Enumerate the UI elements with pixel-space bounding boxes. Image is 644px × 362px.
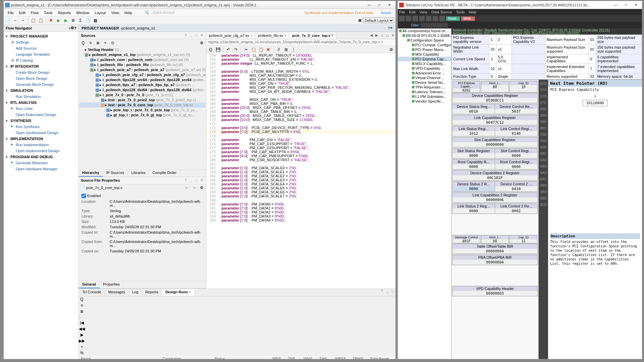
ts-refresh-icon[interactable]	[439, 16, 445, 21]
flownav-section[interactable]: IMPLEMENTATION	[4, 136, 78, 142]
ed-cut-icon[interactable]: ✂	[243, 47, 249, 53]
register-cell[interactable]: Next_I...B0	[481, 81, 509, 93]
source-node[interactable]: ▸ inst : pcie_7x_0_core_top (pcie_7x_0_c…	[79, 103, 205, 108]
run-play-icon[interactable]: ▶	[79, 332, 85, 338]
ed-gear-icon[interactable]: ⚙	[388, 47, 394, 53]
back-icon[interactable]: ←	[12, 17, 18, 23]
ed-more-icon[interactable]: ⋮	[290, 47, 297, 53]
sources-min-icon[interactable]: _	[189, 33, 193, 38]
bottom-tab[interactable]: Messages	[105, 289, 129, 296]
source-node[interactable]: ▸ i_pcileech_tlps128_src64 : pcileech_tl…	[79, 77, 205, 82]
run-prev-icon[interactable]: ◀◀	[79, 326, 85, 332]
source-node[interactable]: ▸ gt_top_i : pcie_7x_0_gt_top (pcie_7x_0…	[79, 113, 205, 118]
code-line[interactable]: 170 parameter [10:0] MSIX_CAP_TABLE_SIZE…	[206, 118, 395, 122]
ed-paste-icon[interactable]: 📋	[258, 47, 264, 53]
ts-tree-icon[interactable]	[399, 23, 404, 27]
tab-hierarchy[interactable]: Hierarchy	[79, 170, 103, 177]
maximize-button[interactable]: □	[375, 2, 384, 8]
ts-tree-node[interactable]: All component(s) found on ...	[398, 28, 451, 33]
code-line[interactable]: 173 parameter [7:0] PCIE_CAP_NEXTPTR = 8…	[206, 130, 395, 134]
code-line[interactable]: 156 parameter integer LL_REPLAY_TIMEOUT_…	[206, 61, 395, 65]
flownav-item[interactable]: Create Block Design	[4, 69, 78, 75]
code-line[interactable]: 178 parameter [7:0] PM_CAP_NEXTPTR = 8'h…	[206, 150, 395, 154]
code-line[interactable]: 172 parameter [3:0] PCIE_CAP_DEVICE_PORT…	[206, 126, 395, 130]
run-search-icon[interactable]: Q	[79, 296, 85, 302]
flownav-item[interactable]: Open Implemented Design	[4, 148, 78, 154]
next-icon[interactable]: →	[191, 185, 197, 191]
code-line[interactable]: 177 parameter PM_CAP_D2SUPPORT = "FALSE"…	[206, 146, 395, 150]
filter-icon[interactable]: ≡	[88, 40, 94, 46]
flownav-item[interactable]: Generate Bitstream	[4, 160, 78, 166]
collapse-icon[interactable]: ≣	[95, 40, 101, 46]
source-node[interactable]: ▸ i_pcileech_fifo : pcileech_fifo (pcile…	[79, 62, 205, 67]
ts-tree-node[interactable]: Virtual Channel ...	[398, 75, 451, 80]
ts-menu-tools[interactable]: Tools	[456, 10, 465, 14]
register-box[interactable]: Link Capabilities Register00477C12	[452, 115, 538, 125]
source-node[interactable]: ▸ inst : pcie_7x_0_pcie2_top (pcie_7x_0_…	[79, 98, 205, 103]
ed-prev-icon[interactable]: ◀	[369, 33, 374, 38]
ts-tool4-icon[interactable]	[419, 16, 425, 21]
editor-tab[interactable]: pcileech_pcie_cfg_a7.sv ×	[206, 33, 255, 39]
code-line[interactable]: 192 parameter [7:0] PM_DATA1 = 8'h00,	[206, 206, 395, 210]
ts-tool2-icon[interactable]	[406, 16, 411, 21]
ed-next-icon[interactable]: ▶	[374, 33, 379, 38]
ts-tree-node[interactable]: Latency Toleranc...	[398, 89, 451, 94]
code-line[interactable]: 159 parameter MSI_CAP_MULTIMSGCAP = 0,	[206, 73, 395, 77]
source-node[interactable]: ▸ i_pcileech_tlps_a7 : pcileech_tlps_tip…	[79, 82, 205, 87]
source-node[interactable]: ▸ i_pcileech_pcie_cfg_a7 : pcileech_pcie…	[79, 72, 205, 77]
stop-icon[interactable]: ✖	[48, 17, 54, 23]
ts-tree-node[interactable]: L1 PM Substates...	[398, 94, 451, 99]
enabled-checkbox[interactable]	[82, 194, 86, 198]
tab-compileorder[interactable]: Compile Order	[149, 170, 180, 177]
props-help-icon[interactable]: ?	[183, 178, 188, 183]
code-line[interactable]: 193 parameter [7:0] PM_DATA2 = 8'h00,	[206, 210, 395, 214]
ts-tree-node[interactable]: Vendor-Specific...	[398, 99, 451, 104]
menu-edit[interactable]: Edit	[16, 10, 28, 15]
code-line[interactable]: 174	[206, 134, 395, 138]
ed-home-icon[interactable]: ⌂	[379, 34, 385, 38]
code-line[interactable]: 167 parameter [28:0] MSIX_CAP_PBA_OFFSET…	[206, 106, 395, 110]
register-cell[interactable]: PCI Express Capab...0202	[452, 81, 480, 93]
code-line[interactable]: 164	[206, 94, 395, 98]
register-box[interactable]: Device Capabilities 2 Register00C181F	[452, 170, 538, 181]
code-line[interactable]: 169 parameter [28:0] MSIX_CAP_TABLE_OFFS…	[206, 114, 395, 118]
ts-tree-node[interactable]: VPD Capability ...	[398, 66, 451, 71]
ts-minimize-button[interactable]: —	[611, 2, 621, 8]
flownav-item[interactable]: Generate Block Design	[4, 81, 78, 87]
register-box[interactable]: Slot Capabilities Register00000000	[452, 137, 538, 147]
source-node[interactable]: ▸ i_pcileech_pcie_a7 : pcileech_pcie_a7 …	[79, 67, 205, 72]
run-add-icon[interactable]: +	[79, 344, 85, 350]
code-line[interactable]: 168 parameter MSIX_CAP_TABLE_BIR = 0,	[206, 110, 395, 114]
flownav-item[interactable]: Open Hardware Manager	[4, 166, 78, 172]
menu-help[interactable]: Help	[122, 10, 135, 15]
ts-menu-help[interactable]: Help	[469, 10, 476, 14]
code-line[interactable]: 195 parameter [7:0] PM_DATA4 = 8'h00,	[206, 218, 395, 222]
run-collapse-icon[interactable]: ≣	[79, 308, 85, 314]
menu-view[interactable]: View	[108, 10, 122, 15]
run-pct-icon[interactable]: %	[79, 350, 85, 356]
run-filter-icon[interactable]: ≡	[79, 302, 85, 308]
ts-tool1-icon[interactable]	[399, 16, 405, 21]
props-close-icon[interactable]: ✕	[199, 178, 204, 183]
filter-input[interactable]	[421, 23, 448, 27]
code-line[interactable]: 184 parameter [1:0] PM_DATA_SCALE2 = 2'h…	[206, 174, 395, 178]
bottom-help-icon[interactable]: ?	[379, 289, 385, 296]
layout-select[interactable]: Default Layout	[363, 18, 394, 23]
quick-access[interactable]: 🔍 Quick Access	[142, 10, 302, 15]
editor-tab[interactable]: pcie_7x_0_core_top.v *	[289, 33, 336, 39]
flownav-item[interactable]: Run Linter	[4, 106, 78, 112]
register-pair[interactable]: Root Capability R...0000Root Control Reg…	[452, 159, 538, 170]
ts-tree-node[interactable]: MSI-X Capability...	[398, 61, 451, 66]
editor-tab[interactable]: pcileech_fifo.sv ×	[255, 33, 289, 39]
sigma-icon[interactable]: Σ	[77, 17, 84, 23]
flownav-item[interactable]: Run Synthesis	[4, 124, 78, 130]
paste-icon[interactable]: 📋	[38, 17, 44, 23]
ts-menu-view[interactable]: View	[420, 10, 428, 14]
register-pair[interactable]: Device Status Reg...0010Device Control R…	[452, 104, 538, 114]
code-line[interactable]: 158 parameter [5:0] LTSSM_MAX_LINK_WIDTH…	[206, 69, 395, 73]
ed-redo-icon[interactable]: ↷	[233, 47, 239, 53]
code-line[interactable]: 186 parameter [1:0] PM_DATA_SCALE4 = 2'h…	[206, 182, 395, 186]
code-line[interactable]: 160 parameter MSI_CAP_MULTIMSG_EXTENSION…	[206, 77, 395, 81]
bottom-tab[interactable]: Tcl Console	[79, 289, 105, 296]
register-cell[interactable]: Next_I...D0	[481, 235, 509, 243]
